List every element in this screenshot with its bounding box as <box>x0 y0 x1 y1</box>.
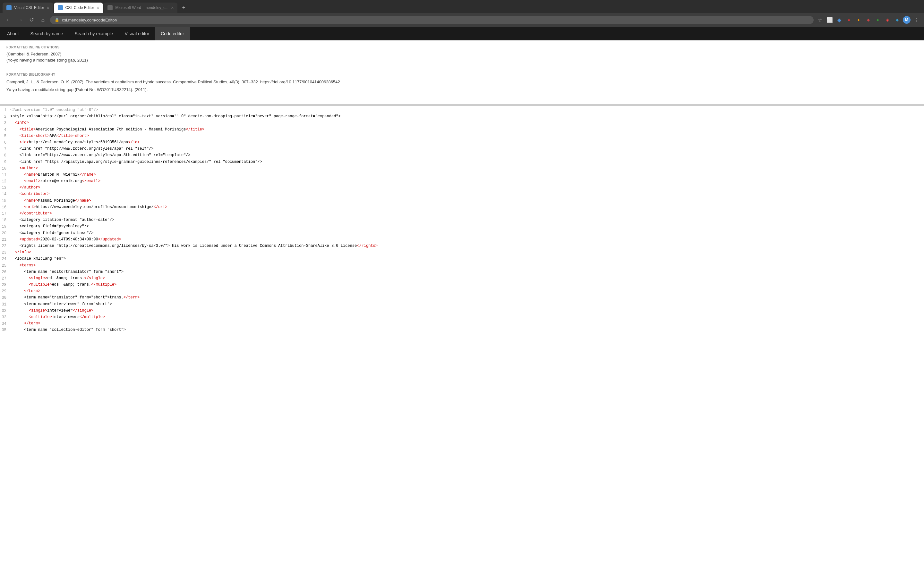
inline-citations-label: FORMATTED INLINE CITATIONS <box>6 45 918 49</box>
bookmark-icon[interactable]: ☆ <box>816 17 824 23</box>
code-line: 19 <category field="psychology"/> <box>0 223 924 230</box>
line-number: 2 <box>0 113 10 120</box>
line-number: 5 <box>0 133 10 139</box>
tab-close-2[interactable]: × <box>97 5 99 10</box>
line-content: <category citation-format="author-date"/… <box>10 217 924 223</box>
line-number: 6 <box>0 139 10 146</box>
line-content: <term name="interviewer" form="short"> <box>10 301 924 308</box>
tab-visual-csl-editor[interactable]: Visual CSL Editor × <box>3 3 53 13</box>
code-line: 16 <uri>https://www.mendeley.com/profile… <box>0 204 924 211</box>
new-tab-icon: + <box>182 5 186 11</box>
line-number: 11 <box>0 172 10 178</box>
line-content: <link href="http://www.zotero.org/styles… <box>10 146 924 152</box>
tab-favicon-2 <box>58 5 63 10</box>
line-content: </author> <box>10 185 924 191</box>
nav-search-by-example[interactable]: Search by example <box>69 27 119 40</box>
line-number: 8 <box>0 152 10 159</box>
back-button[interactable]: ← <box>4 17 13 23</box>
line-number: 22 <box>0 243 10 250</box>
line-content: <locale xml:lang="en"> <box>10 256 924 262</box>
code-line: 8 <link href="http://www.zotero.org/styl… <box>0 152 924 159</box>
citation-line: (Campbell & Pedersen, 2007) <box>6 52 918 56</box>
line-number: 4 <box>0 127 10 133</box>
code-line: 9 <link href="https://apastyle.apa.org/s… <box>0 159 924 165</box>
line-content: <link href="http://www.zotero.org/styles… <box>10 152 924 158</box>
ext2-icon[interactable]: ● <box>845 18 853 22</box>
code-line: 7 <link href="http://www.zotero.org/styl… <box>0 146 924 152</box>
line-number: 17 <box>0 211 10 217</box>
tab-label-1: Visual CSL Editor <box>14 5 44 10</box>
code-line: 1<?xml version="1.0" encoding="utf-8"?> <box>0 107 924 113</box>
line-content: <multiple>eds. &amp; trans.</multiple> <box>10 282 924 288</box>
line-number: 19 <box>0 223 10 230</box>
code-line: 5 <title-short>APA</title-short> <box>0 133 924 139</box>
extensions-icon[interactable]: ⬜ <box>826 17 834 23</box>
line-number: 27 <box>0 276 10 282</box>
ext3-icon[interactable]: ● <box>855 18 863 22</box>
bibliography-entry: Campbell, J. L., & Pedersen, O. K. (2007… <box>6 79 918 85</box>
tab-close-3[interactable]: × <box>171 5 174 10</box>
code-editor-pane[interactable]: 1<?xml version="1.0" encoding="utf-8"?>2… <box>0 106 924 577</box>
line-number: 32 <box>0 308 10 314</box>
line-number: 33 <box>0 314 10 321</box>
line-number: 23 <box>0 250 10 256</box>
line-content: <term name="collection-editor" form="sho… <box>10 327 924 333</box>
menu-icon[interactable]: ⋮ <box>913 17 920 23</box>
line-number: 15 <box>0 198 10 204</box>
ext1-icon[interactable]: ◆ <box>835 17 843 23</box>
line-number: 35 <box>0 327 10 334</box>
line-content: </term> <box>10 321 924 327</box>
code-line: 31 <term name="interviewer" form="short"… <box>0 301 924 308</box>
line-content: <email>zotero@wiernik.org</email> <box>10 178 924 184</box>
line-content: <category field="psychology"/> <box>10 223 924 229</box>
new-tab-button[interactable]: + <box>178 3 189 13</box>
reload-button[interactable]: ↺ <box>27 16 36 23</box>
line-content: <rights license="http://creativecommons.… <box>10 243 924 249</box>
address-bar[interactable]: 🔒 csl.mendeley.com/codeEditor/ <box>50 16 814 24</box>
nav-visual-editor[interactable]: Visual editor <box>119 27 155 40</box>
forward-button[interactable]: → <box>15 17 24 23</box>
line-content: </contributor> <box>10 211 924 217</box>
code-line: 33 <multiple>interviewers</multiple> <box>0 314 924 321</box>
line-number: 25 <box>0 263 10 269</box>
profile-icon[interactable]: M <box>903 16 911 24</box>
citation-line: (Yo-yo having a modifiable string gap, 2… <box>6 58 918 63</box>
code-line: 32 <single>interviewer</single> <box>0 308 924 314</box>
citations-container: (Campbell & Pedersen, 2007)(Yo-yo having… <box>6 52 918 63</box>
toolbar-icons: ☆ ⬜ ◆ ● ● ◆ ● ◈ ◆ M ⋮ <box>816 16 920 24</box>
code-line: 30 <term name="translator" form="short">… <box>0 295 924 301</box>
tab-csl-code-editor[interactable]: CSL Code Editor × <box>54 3 103 13</box>
code-line: 11 <name>Branton M. Wiernik</name> <box>0 172 924 178</box>
home-button[interactable]: ⌂ <box>39 17 47 23</box>
line-number: 14 <box>0 191 10 197</box>
code-line: 24 <locale xml:lang="en"> <box>0 256 924 262</box>
tab-label-2: CSL Code Editor <box>65 5 94 10</box>
tab-favicon-3 <box>107 5 113 10</box>
main-area: FORMATTED INLINE CITATIONS (Campbell & P… <box>0 40 924 577</box>
tab-close-1[interactable]: × <box>47 5 49 10</box>
nav-code-editor[interactable]: Code editor <box>155 27 190 40</box>
ext5-icon[interactable]: ● <box>874 18 882 22</box>
browser-chrome: Visual CSL Editor × CSL Code Editor × Mi… <box>0 0 924 27</box>
line-content: <title>American Psychological Associatio… <box>10 127 924 133</box>
line-number: 29 <box>0 288 10 295</box>
line-content: <name>Masumi Morishige</name> <box>10 198 924 204</box>
line-number: 10 <box>0 165 10 172</box>
ext7-icon[interactable]: ◆ <box>893 18 901 22</box>
line-content: </info> <box>10 250 924 255</box>
ext4-icon[interactable]: ◆ <box>864 18 872 22</box>
line-content: <term name="editortranslator" form="shor… <box>10 269 924 275</box>
nav-about[interactable]: About <box>1 27 25 40</box>
line-content: <name>Branton M. Wiernik</name> <box>10 172 924 178</box>
line-number: 21 <box>0 237 10 243</box>
line-content: <id>http://csl.mendeley.com/styles/58193… <box>10 139 924 145</box>
ext6-icon[interactable]: ◈ <box>884 17 891 23</box>
code-line: 29 </term> <box>0 288 924 295</box>
tab-ms-word[interactable]: Microsoft Word - mendeley_c... × <box>103 3 178 13</box>
code-line: 15 <name>Masumi Morishige</name> <box>0 198 924 204</box>
code-line: 21 <updated>2020-02-14T09:40:34+00:00</u… <box>0 237 924 243</box>
code-line: 4 <title>American Psychological Associat… <box>0 127 924 133</box>
line-content: <style xmlns="http://purl.org/net/xbibli… <box>10 113 924 119</box>
code-line: 3 <info> <box>0 120 924 126</box>
nav-search-by-name[interactable]: Search by name <box>25 27 69 40</box>
